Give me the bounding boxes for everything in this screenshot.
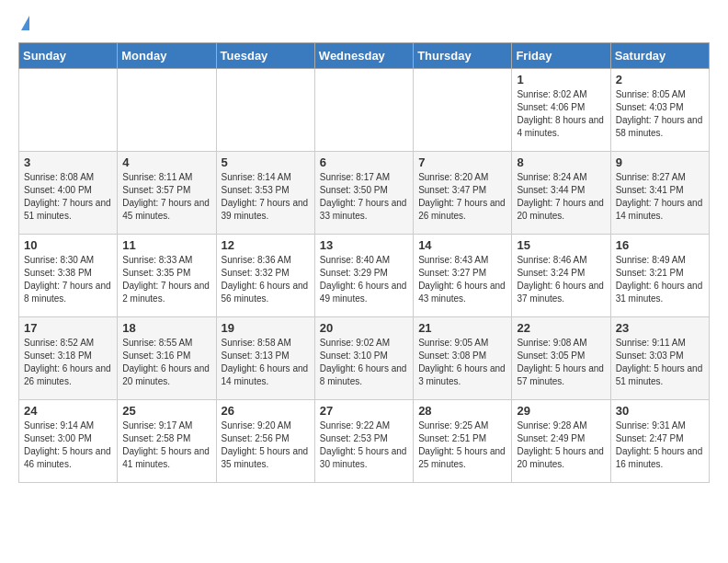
weekday-header-saturday: Saturday: [610, 43, 709, 69]
day-number: 6: [320, 155, 408, 169]
calendar-week-row: 3Sunrise: 8:08 AM Sunset: 4:00 PM Daylig…: [19, 152, 710, 235]
day-number: 8: [517, 155, 605, 169]
calendar-cell: 8Sunrise: 8:24 AM Sunset: 3:44 PM Daylig…: [512, 152, 610, 235]
day-info: Sunrise: 9:05 AM Sunset: 3:08 PM Dayligh…: [418, 337, 506, 388]
day-info: Sunrise: 8:58 AM Sunset: 3:13 PM Dayligh…: [222, 337, 310, 388]
day-number: 28: [418, 404, 506, 418]
day-info: Sunrise: 9:31 AM Sunset: 2:47 PM Dayligh…: [616, 419, 704, 471]
calendar-cell: 15Sunrise: 8:46 AM Sunset: 3:24 PM Dayli…: [512, 235, 610, 317]
day-number: 26: [222, 404, 310, 418]
calendar-cell: 25Sunrise: 9:17 AM Sunset: 2:58 PM Dayli…: [118, 400, 216, 483]
weekday-header-tuesday: Tuesday: [216, 43, 314, 69]
calendar-cell: 12Sunrise: 8:36 AM Sunset: 3:32 PM Dayli…: [216, 235, 314, 317]
calendar-cell: 30Sunrise: 9:31 AM Sunset: 2:47 PM Dayli…: [610, 400, 709, 483]
day-number: 18: [122, 321, 210, 335]
day-info: Sunrise: 9:22 AM Sunset: 2:53 PM Dayligh…: [320, 419, 408, 471]
day-info: Sunrise: 9:14 AM Sunset: 3:00 PM Dayligh…: [24, 419, 112, 471]
day-info: Sunrise: 8:11 AM Sunset: 3:57 PM Dayligh…: [122, 171, 210, 223]
calendar-cell: 20Sunrise: 9:02 AM Sunset: 3:10 PM Dayli…: [314, 317, 413, 400]
calendar-cell: 14Sunrise: 8:43 AM Sunset: 3:27 PM Dayli…: [414, 235, 512, 317]
calendar-cell: [118, 69, 216, 152]
day-number: 4: [122, 155, 210, 169]
day-info: Sunrise: 8:43 AM Sunset: 3:27 PM Dayligh…: [418, 254, 506, 305]
day-number: 29: [517, 404, 605, 418]
calendar-cell: 28Sunrise: 9:25 AM Sunset: 2:51 PM Dayli…: [414, 400, 512, 483]
day-info: Sunrise: 8:14 AM Sunset: 3:53 PM Dayligh…: [222, 171, 310, 223]
day-info: Sunrise: 8:52 AM Sunset: 3:18 PM Dayligh…: [24, 337, 112, 388]
day-number: 19: [222, 321, 310, 335]
calendar-cell: [314, 69, 413, 152]
calendar-cell: 26Sunrise: 9:20 AM Sunset: 2:56 PM Dayli…: [216, 400, 314, 483]
day-info: Sunrise: 9:08 AM Sunset: 3:05 PM Dayligh…: [517, 337, 605, 388]
day-info: Sunrise: 9:02 AM Sunset: 3:10 PM Dayligh…: [320, 337, 408, 388]
day-number: 14: [418, 238, 506, 252]
calendar-cell: 27Sunrise: 9:22 AM Sunset: 2:53 PM Dayli…: [314, 400, 413, 483]
day-number: 17: [24, 321, 112, 335]
day-info: Sunrise: 8:49 AM Sunset: 3:21 PM Dayligh…: [616, 254, 704, 305]
logo: [18, 18, 29, 33]
calendar-cell: 13Sunrise: 8:40 AM Sunset: 3:29 PM Dayli…: [314, 235, 413, 317]
calendar-cell: 19Sunrise: 8:58 AM Sunset: 3:13 PM Dayli…: [216, 317, 314, 400]
weekday-header-wednesday: Wednesday: [314, 43, 413, 69]
calendar-week-row: 17Sunrise: 8:52 AM Sunset: 3:18 PM Dayli…: [19, 317, 710, 400]
weekday-header-sunday: Sunday: [19, 43, 118, 69]
calendar-cell: [19, 69, 118, 152]
day-number: 20: [320, 321, 408, 335]
day-info: Sunrise: 8:30 AM Sunset: 3:38 PM Dayligh…: [24, 254, 112, 305]
day-info: Sunrise: 9:17 AM Sunset: 2:58 PM Dayligh…: [122, 419, 210, 471]
calendar-week-row: 24Sunrise: 9:14 AM Sunset: 3:00 PM Dayli…: [19, 400, 710, 483]
day-info: Sunrise: 8:08 AM Sunset: 4:00 PM Dayligh…: [24, 171, 112, 223]
page-header: [18, 18, 710, 33]
calendar-cell: 3Sunrise: 8:08 AM Sunset: 4:00 PM Daylig…: [19, 152, 118, 235]
calendar-cell: 4Sunrise: 8:11 AM Sunset: 3:57 PM Daylig…: [118, 152, 216, 235]
calendar-cell: 21Sunrise: 9:05 AM Sunset: 3:08 PM Dayli…: [414, 317, 512, 400]
logo-icon: [21, 16, 29, 30]
day-number: 2: [616, 73, 704, 86]
calendar-week-row: 10Sunrise: 8:30 AM Sunset: 3:38 PM Dayli…: [19, 235, 710, 317]
calendar-header-row: SundayMondayTuesdayWednesdayThursdayFrid…: [19, 43, 710, 69]
calendar-cell: 18Sunrise: 8:55 AM Sunset: 3:16 PM Dayli…: [118, 317, 216, 400]
day-info: Sunrise: 8:24 AM Sunset: 3:44 PM Dayligh…: [517, 171, 605, 223]
calendar-cell: 22Sunrise: 9:08 AM Sunset: 3:05 PM Dayli…: [512, 317, 610, 400]
day-info: Sunrise: 9:28 AM Sunset: 2:49 PM Dayligh…: [517, 419, 605, 471]
day-number: 11: [122, 238, 210, 252]
day-number: 27: [320, 404, 408, 418]
day-number: 5: [222, 155, 310, 169]
calendar-table: SundayMondayTuesdayWednesdayThursdayFrid…: [18, 42, 710, 483]
calendar-cell: 10Sunrise: 8:30 AM Sunset: 3:38 PM Dayli…: [19, 235, 118, 317]
calendar-cell: 9Sunrise: 8:27 AM Sunset: 3:41 PM Daylig…: [610, 152, 709, 235]
day-number: 9: [616, 155, 704, 169]
weekday-header-friday: Friday: [512, 43, 610, 69]
calendar-cell: [216, 69, 314, 152]
calendar-cell: 6Sunrise: 8:17 AM Sunset: 3:50 PM Daylig…: [314, 152, 413, 235]
day-number: 15: [517, 238, 605, 252]
day-info: Sunrise: 8:40 AM Sunset: 3:29 PM Dayligh…: [320, 254, 408, 305]
day-info: Sunrise: 8:55 AM Sunset: 3:16 PM Dayligh…: [122, 337, 210, 388]
weekday-header-monday: Monday: [118, 43, 216, 69]
day-info: Sunrise: 8:02 AM Sunset: 4:06 PM Dayligh…: [517, 88, 605, 140]
day-info: Sunrise: 8:46 AM Sunset: 3:24 PM Dayligh…: [517, 254, 605, 305]
day-number: 23: [616, 321, 704, 335]
calendar-cell: 29Sunrise: 9:28 AM Sunset: 2:49 PM Dayli…: [512, 400, 610, 483]
day-number: 13: [320, 238, 408, 252]
day-info: Sunrise: 8:33 AM Sunset: 3:35 PM Dayligh…: [122, 254, 210, 305]
day-info: Sunrise: 9:25 AM Sunset: 2:51 PM Dayligh…: [418, 419, 506, 471]
calendar-week-row: 1Sunrise: 8:02 AM Sunset: 4:06 PM Daylig…: [19, 69, 710, 152]
day-number: 7: [418, 155, 506, 169]
day-info: Sunrise: 8:36 AM Sunset: 3:32 PM Dayligh…: [222, 254, 310, 305]
day-number: 25: [122, 404, 210, 418]
weekday-header-thursday: Thursday: [414, 43, 512, 69]
calendar-cell: 23Sunrise: 9:11 AM Sunset: 3:03 PM Dayli…: [610, 317, 709, 400]
day-number: 24: [24, 404, 112, 418]
day-number: 16: [616, 238, 704, 252]
day-number: 22: [517, 321, 605, 335]
day-number: 3: [24, 155, 112, 169]
day-info: Sunrise: 9:11 AM Sunset: 3:03 PM Dayligh…: [616, 337, 704, 388]
calendar-cell: 5Sunrise: 8:14 AM Sunset: 3:53 PM Daylig…: [216, 152, 314, 235]
calendar-cell: 24Sunrise: 9:14 AM Sunset: 3:00 PM Dayli…: [19, 400, 118, 483]
day-info: Sunrise: 8:27 AM Sunset: 3:41 PM Dayligh…: [616, 171, 704, 223]
day-number: 21: [418, 321, 506, 335]
day-number: 10: [24, 238, 112, 252]
calendar-cell: 7Sunrise: 8:20 AM Sunset: 3:47 PM Daylig…: [414, 152, 512, 235]
calendar-cell: [414, 69, 512, 152]
